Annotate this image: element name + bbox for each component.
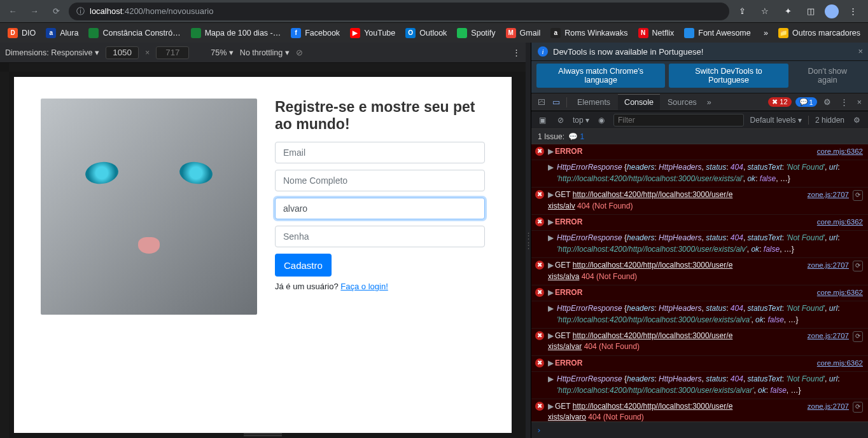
error-icon: ✖ bbox=[535, 147, 544, 156]
password-input[interactable] bbox=[275, 226, 485, 247]
bookmark-favicon bbox=[457, 28, 467, 38]
tabs-overflow-icon[interactable]: » bbox=[704, 98, 714, 107]
devtools-close-icon[interactable]: × bbox=[855, 98, 864, 107]
error-count-badge[interactable]: ✖ 12 bbox=[768, 97, 791, 107]
login-link[interactable]: Faça o login! bbox=[340, 282, 388, 291]
console-log-area: ✖▶ERRORcore.mjs:6362HttpErrorResponse {h… bbox=[531, 144, 868, 421]
bookmark-item[interactable]: OOutlook bbox=[402, 25, 451, 41]
log-levels-selector[interactable]: Default levels ▾ bbox=[750, 116, 802, 125]
reload-button[interactable]: ⟳ bbox=[47, 3, 65, 20]
panel-resizer[interactable]: ⋮⋮ bbox=[526, 43, 531, 438]
register-button[interactable]: Cadastro bbox=[275, 254, 332, 277]
console-log-entry[interactable]: HttpErrorResponse {headers: HttpHeaders,… bbox=[531, 231, 868, 258]
viewport-area: Registre-se e mostre seu pet ao mundo! C… bbox=[0, 63, 526, 438]
profile-avatar[interactable] bbox=[825, 4, 839, 18]
console-filter-input[interactable] bbox=[613, 114, 744, 127]
source-link[interactable]: zone.js:2707⟳ bbox=[808, 331, 863, 342]
message-count-badge[interactable]: 💬 1 bbox=[795, 97, 817, 107]
source-link[interactable]: zone.js:2707⟳ bbox=[808, 401, 863, 413]
height-input[interactable] bbox=[156, 46, 189, 59]
source-link[interactable]: core.mjs:6362 bbox=[817, 358, 863, 369]
tab-sources[interactable]: Sources bbox=[661, 95, 703, 110]
console-log-entry[interactable]: ✖▶ERRORcore.mjs:6362 bbox=[531, 144, 868, 160]
bookmark-star-icon[interactable]: ☆ bbox=[756, 3, 774, 20]
bookmark-item[interactable]: NNetflix bbox=[634, 25, 678, 41]
bookmark-favicon: a bbox=[550, 28, 561, 38]
chrome-menu-icon[interactable]: ⋮ bbox=[844, 3, 862, 20]
fullname-input[interactable] bbox=[275, 170, 485, 191]
context-selector[interactable]: top ▾ bbox=[573, 116, 589, 125]
console-log-entry[interactable]: ✖▶GET http://localhost:4200/http//localh… bbox=[531, 188, 868, 215]
bookmark-item[interactable]: DDIO bbox=[4, 25, 39, 41]
devtools-settings-icon[interactable]: ⚙ bbox=[821, 97, 834, 107]
infobar-buttons: Always match Chrome's language Switch De… bbox=[531, 61, 868, 93]
infobar-close-icon[interactable]: × bbox=[858, 46, 863, 56]
bookmarks-overflow[interactable]: » bbox=[760, 26, 772, 40]
url-text: localhost:4200/home/novousuario bbox=[90, 6, 213, 16]
console-settings-icon[interactable]: ⚙ bbox=[851, 116, 863, 125]
inspect-element-icon[interactable]: ⮹ bbox=[535, 98, 549, 107]
device-toggle-icon[interactable]: ▭ bbox=[550, 97, 563, 107]
console-log-entry[interactable]: HttpErrorResponse {headers: HttpHeaders,… bbox=[531, 160, 868, 188]
resize-handle[interactable] bbox=[244, 434, 282, 436]
console-log-entry[interactable]: HttpErrorResponse {headers: HttpHeaders,… bbox=[531, 372, 868, 399]
throttling-selector[interactable]: No throttling ▾ bbox=[240, 48, 290, 57]
bookmark-other[interactable]: 📁 Outros marcadores bbox=[774, 25, 864, 41]
source-link[interactable]: zone.js:2707⟳ bbox=[808, 189, 863, 201]
bookmark-item[interactable]: Font Awesome bbox=[680, 25, 754, 41]
console-log-entry[interactable]: HttpErrorResponse {headers: HttpHeaders,… bbox=[531, 301, 868, 329]
source-link[interactable]: core.mjs:6362 bbox=[817, 146, 863, 157]
zoom-selector[interactable]: 75% ▾ bbox=[211, 48, 234, 57]
width-input[interactable] bbox=[106, 46, 139, 59]
clear-console-icon[interactable]: ⊘ bbox=[555, 116, 566, 125]
issues-bar[interactable]: 1 Issue: 💬 1 bbox=[531, 129, 868, 144]
hidden-count[interactable]: 2 hidden bbox=[815, 116, 844, 125]
dont-show-button[interactable]: Don't show again bbox=[792, 64, 863, 88]
forward-button[interactable]: → bbox=[25, 3, 43, 20]
tab-elements[interactable]: Elements bbox=[571, 95, 617, 110]
error-icon: ✖ bbox=[535, 190, 544, 199]
dimensions-selector[interactable]: Dimensions: Responsive ▾ bbox=[5, 48, 99, 57]
tab-console[interactable]: Console bbox=[618, 94, 660, 110]
bookmark-item[interactable]: aAlura bbox=[42, 25, 82, 41]
bookmark-item[interactable]: Constância Constró… bbox=[85, 25, 184, 41]
bookmark-favicon: f bbox=[291, 28, 301, 38]
devtools-menu-icon[interactable]: ⋮ bbox=[837, 97, 851, 107]
email-input[interactable] bbox=[275, 142, 485, 163]
bookmark-item[interactable]: ▶YouTube bbox=[346, 25, 399, 41]
side-panel-icon[interactable]: ◫ bbox=[802, 3, 820, 20]
source-link[interactable]: core.mjs:6362 bbox=[817, 287, 863, 298]
username-input[interactable] bbox=[275, 198, 485, 219]
console-log-entry[interactable]: ✖▶GET http://localhost:4200/http//localh… bbox=[531, 399, 868, 421]
back-button[interactable]: ← bbox=[4, 3, 22, 20]
bookmark-item[interactable]: aRoms Winkawaks bbox=[547, 25, 631, 41]
source-link[interactable]: zone.js:2707⟳ bbox=[808, 260, 863, 271]
console-sidebar-icon[interactable]: ▣ bbox=[536, 116, 549, 125]
error-icon: ✖ bbox=[535, 261, 544, 270]
extensions-icon[interactable]: ✦ bbox=[779, 3, 797, 20]
bookmark-item[interactable]: Spotify bbox=[453, 25, 499, 41]
bookmark-favicon: O bbox=[405, 28, 416, 38]
console-log-entry[interactable]: ✖▶ERRORcore.mjs:6362 bbox=[531, 215, 868, 231]
live-expression-icon[interactable]: ◉ bbox=[596, 116, 607, 125]
bookmark-item[interactable]: MGmail bbox=[502, 25, 545, 41]
console-log-entry[interactable]: ✖▶ERRORcore.mjs:6362 bbox=[531, 356, 868, 372]
bookmark-item[interactable]: fFacebook bbox=[287, 25, 344, 41]
always-match-button[interactable]: Always match Chrome's language bbox=[536, 64, 665, 88]
site-info-icon[interactable]: ⓘ bbox=[76, 6, 85, 17]
share-icon[interactable]: ⇪ bbox=[733, 3, 751, 20]
bookmark-item[interactable]: Mapa de 100 dias -… bbox=[187, 25, 285, 41]
console-prompt[interactable]: › bbox=[531, 421, 868, 438]
console-toolbar: ▣ ⊘ top ▾ ◉ Default levels ▾ 2 hidden ⚙ bbox=[531, 111, 868, 129]
address-bar[interactable]: ⓘ localhost:4200/home/novousuario bbox=[69, 3, 729, 20]
bookmark-label: Constância Constró… bbox=[102, 29, 180, 38]
switch-language-button[interactable]: Switch DevTools to Portuguese bbox=[669, 64, 788, 88]
console-log-entry[interactable]: ✖▶ERRORcore.mjs:6362 bbox=[531, 285, 868, 301]
rotate-icon[interactable]: ⊘ bbox=[296, 48, 303, 57]
source-link[interactable]: core.mjs:6362 bbox=[817, 217, 863, 228]
device-toolbar-menu-icon[interactable]: ⋮ bbox=[512, 48, 521, 57]
error-icon: ✖ bbox=[535, 331, 544, 340]
console-log-entry[interactable]: ✖▶GET http://localhost:4200/http//localh… bbox=[531, 258, 868, 285]
console-log-entry[interactable]: ✖▶GET http://localhost:4200/http//localh… bbox=[531, 329, 868, 356]
info-icon: i bbox=[538, 46, 548, 57]
